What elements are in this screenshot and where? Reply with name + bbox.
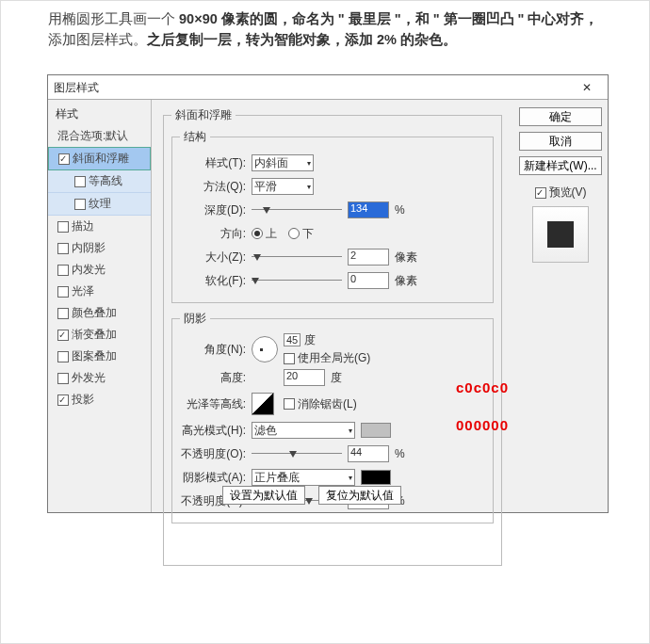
gloss-picker[interactable] — [252, 393, 274, 415]
technique-label: 方法(Q): — [180, 179, 246, 195]
side-texture[interactable]: 纹理 — [48, 193, 151, 216]
cb-contour[interactable] — [74, 176, 86, 187]
bevel-fieldset: 斜面和浮雕 结构 样式(T): 内斜面▾ 方法(Q): 平滑▾ 深度(D): 1… — [163, 107, 502, 566]
side-blend[interactable]: 混合选项:默认 — [48, 125, 151, 147]
cb-colorOverlay[interactable] — [57, 308, 69, 319]
altitude-input[interactable]: 20 — [284, 369, 325, 386]
soften-label: 软化(F): — [180, 273, 246, 289]
size-input[interactable]: 2 — [348, 249, 389, 266]
style-select[interactable]: 内斜面▾ — [252, 154, 314, 171]
cb-patOverlay[interactable] — [57, 351, 69, 362]
cb-bevel[interactable] — [58, 153, 70, 165]
side-innerGlow[interactable]: 内发光 — [48, 259, 151, 281]
set-default-button[interactable]: 设置为默认值 — [222, 486, 305, 505]
highlight-swatch[interactable] — [361, 423, 391, 438]
angle-picker[interactable] — [252, 336, 278, 362]
highlight-opacity-input[interactable]: 44 — [348, 445, 389, 462]
highlight-mode-label: 高光模式(H): — [180, 423, 246, 439]
ok-button[interactable]: 确定 — [519, 107, 602, 126]
side-dropShadow[interactable]: 投影 — [48, 389, 151, 411]
annot-highlight: c0c0c0 — [456, 379, 509, 395]
size-slider[interactable] — [252, 251, 342, 263]
shadow-mode-label: 阴影模式(A): — [180, 470, 246, 486]
side-bevel[interactable]: 斜面和浮雕 — [48, 147, 151, 170]
cb-dropShadow[interactable] — [57, 394, 69, 406]
annot-shadow: 000000 — [456, 417, 509, 433]
layer-style-dialog: 图层样式 ✕ 样式 混合选项:默认 斜面和浮雕 等高线 纹理 描边 内阴影 内发… — [47, 74, 609, 513]
altitude-label: 高度: — [180, 370, 246, 386]
cb-satin[interactable] — [57, 286, 69, 298]
cb-texture[interactable] — [74, 199, 86, 210]
depth-slider[interactable] — [252, 204, 342, 216]
direction-label: 方向: — [180, 226, 246, 242]
size-label: 大小(Z): — [180, 250, 246, 266]
side-outerGlow[interactable]: 外发光 — [48, 367, 151, 389]
preview-thumb — [532, 206, 589, 263]
antialias-cb[interactable] — [284, 398, 295, 410]
side-colorOverlay[interactable]: 颜色叠加 — [48, 302, 151, 324]
side-styles[interactable]: 样式 — [48, 104, 151, 125]
side-satin[interactable]: 光泽 — [48, 281, 151, 302]
dialog-title: 图层样式 — [54, 75, 99, 99]
depth-input[interactable]: 134 — [348, 201, 389, 218]
side-innerShadow[interactable]: 内阴影 — [48, 237, 151, 259]
style-label: 样式(T): — [180, 155, 246, 171]
shadow-swatch[interactable] — [361, 470, 391, 485]
options-panel: 斜面和浮雕 结构 样式(T): 内斜面▾ 方法(Q): 平滑▾ 深度(D): 1… — [152, 100, 513, 512]
close-button[interactable]: ✕ — [572, 75, 602, 99]
reset-default-button[interactable]: 复位为默认值 — [318, 486, 401, 505]
cb-outerGlow[interactable] — [57, 373, 69, 384]
structure-group: 结构 样式(T): 内斜面▾ 方法(Q): 平滑▾ 深度(D): 134 % 方… — [171, 129, 494, 303]
cancel-button[interactable]: 取消 — [519, 132, 602, 151]
instruction-text: 用椭圆形工具画一个 90×90 像素的圆，命名为 " 最里层 "，和 " 第一圈… — [1, 1, 649, 60]
highlight-opacity-label: 不透明度(O): — [180, 446, 246, 462]
cb-innerGlow[interactable] — [57, 265, 69, 276]
gloss-label: 光泽等高线: — [180, 396, 246, 412]
bevel-legend: 斜面和浮雕 — [171, 107, 236, 123]
soften-slider[interactable] — [252, 275, 342, 286]
cb-innerShadow[interactable] — [57, 243, 69, 254]
dir-up-radio[interactable] — [252, 228, 263, 239]
dir-down-radio[interactable] — [288, 228, 300, 239]
depth-label: 深度(D): — [180, 202, 246, 218]
cb-gradOverlay[interactable] — [57, 330, 69, 341]
side-stroke[interactable]: 描边 — [48, 216, 151, 237]
angle-input[interactable]: 45 — [284, 333, 301, 346]
soften-input[interactable]: 0 — [348, 272, 389, 289]
highlight-mode-select[interactable]: 滤色▾ — [252, 422, 355, 439]
global-light-cb[interactable] — [284, 353, 295, 364]
highlight-opacity-slider[interactable] — [252, 448, 342, 459]
preview-cb[interactable] — [535, 187, 546, 199]
new-style-button[interactable]: 新建样式(W)... — [519, 156, 602, 175]
structure-legend: 结构 — [180, 129, 210, 145]
side-gradOverlay[interactable]: 渐变叠加 — [48, 324, 151, 346]
side-patOverlay[interactable]: 图案叠加 — [48, 346, 151, 367]
shadow-mode-select[interactable]: 正片叠底▾ — [252, 469, 355, 486]
cb-stroke[interactable] — [57, 221, 69, 233]
style-list: 样式 混合选项:默认 斜面和浮雕 等高线 纹理 描边 内阴影 内发光 光泽 颜色… — [48, 100, 152, 512]
right-buttons: 确定 取消 新建样式(W)... 预览(V) — [513, 100, 608, 512]
side-contour[interactable]: 等高线 — [48, 170, 151, 193]
technique-select[interactable]: 平滑▾ — [252, 178, 314, 195]
shading-legend: 阴影 — [180, 311, 210, 327]
angle-label: 角度(N): — [180, 342, 246, 358]
